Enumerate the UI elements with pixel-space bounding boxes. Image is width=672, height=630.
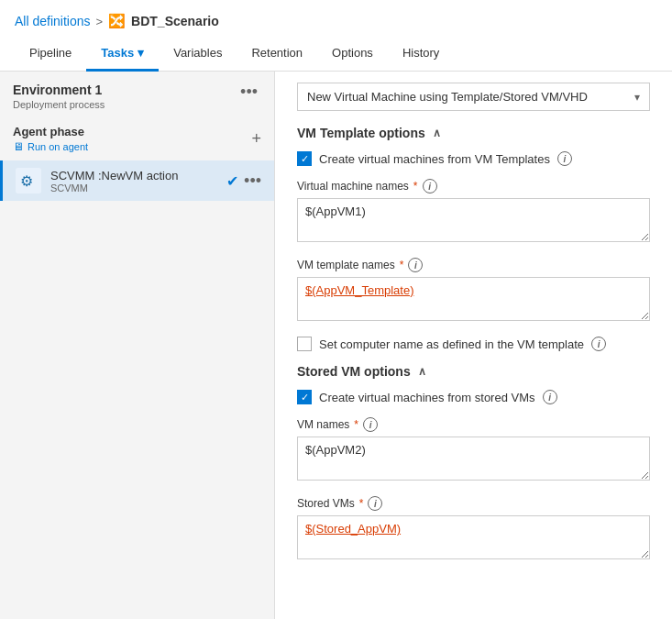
set-computer-name-info-icon[interactable]: i <box>591 337 606 351</box>
agent-phase-sub: Run on agent <box>28 141 88 152</box>
stored-vm-names-label: VM names <box>297 418 349 431</box>
vm-names-info-icon[interactable]: i <box>423 179 437 193</box>
tab-pipeline[interactable]: Pipeline <box>15 37 86 72</box>
environment-sub: Deployment process <box>13 99 105 110</box>
vm-template-section-title: VM Template options <box>297 126 425 140</box>
stored-vm-names-input[interactable] <box>297 437 650 481</box>
task-check-icon: ✔ <box>226 172 238 190</box>
create-stored-vms-info-icon[interactable]: i <box>543 390 557 404</box>
task-item[interactable]: ⚙ SCVMM :NewVM action SCVMM ✔ ••• <box>0 160 274 201</box>
vm-template-names-row: VM template names * i $(AppVM_Template) <box>297 258 650 324</box>
environment-header: Environment 1 Deployment process ••• <box>0 72 274 117</box>
tasks-dropdown-icon: ▾ <box>138 46 144 60</box>
tab-variables[interactable]: Variables <box>159 37 237 72</box>
stored-vms-check-icon: ✓ <box>301 392 309 403</box>
svg-text:⚙: ⚙ <box>20 173 33 189</box>
main-layout: Environment 1 Deployment process ••• Age… <box>0 72 672 619</box>
agent-icon: 🖥 <box>13 140 24 153</box>
create-stored-vms-label: Create virtual machines from stored VMs <box>319 391 535 404</box>
agent-phase: Agent phase 🖥 Run on agent + <box>0 117 274 160</box>
stored-vm-section-title: Stored VM options <box>297 364 411 379</box>
vm-template-names-input[interactable]: $(AppVM_Template) <box>297 277 650 321</box>
create-vms-label: Create virtual machines from VM Template… <box>319 152 550 166</box>
stored-vm-names-row: VM names * i <box>297 417 650 483</box>
dropdown-arrow-icon: ▾ <box>634 91 640 104</box>
vm-names-required: * <box>413 180 418 193</box>
tab-tasks[interactable]: Tasks ▾ <box>86 37 159 72</box>
vm-template-names-required: * <box>400 259 404 271</box>
create-stored-vms-checkbox[interactable]: ✓ <box>297 390 312 404</box>
create-vms-info-icon[interactable]: i <box>557 151 572 166</box>
agent-phase-add-button[interactable]: + <box>251 129 261 149</box>
tab-retention[interactable]: Retention <box>237 37 317 72</box>
stored-vms-required: * <box>359 497 364 510</box>
set-computer-name-label: Set computer name as defined in the VM t… <box>319 337 584 351</box>
breadcrumb-current: BDT_Scenario <box>131 14 219 28</box>
stored-vms-row: Stored VMs * i $(Stored_AppVM) <box>297 496 650 562</box>
tab-history[interactable]: History <box>388 37 454 72</box>
environment-name: Environment 1 <box>13 83 105 97</box>
stored-vm-names-info-icon[interactable]: i <box>363 417 378 432</box>
agent-phase-title: Agent phase <box>13 125 88 138</box>
task-more-button[interactable]: ••• <box>244 171 261 191</box>
vm-template-chevron-icon[interactable]: ∧ <box>433 127 441 139</box>
breadcrumb-all-definitions[interactable]: All definitions <box>15 14 91 28</box>
create-vms-checkbox-row: ✓ Create virtual machines from VM Templa… <box>297 151 650 166</box>
breadcrumb-separator: > <box>96 15 104 28</box>
sidebar: Environment 1 Deployment process ••• Age… <box>0 72 275 619</box>
vm-names-row: Virtual machine names * i <box>297 179 650 245</box>
stored-vms-label: Stored VMs <box>297 497 355 510</box>
vm-template-names-label: VM template names <box>297 259 395 271</box>
task-name: SCVMM :NewVM action <box>50 169 217 182</box>
vm-template-section-header: VM Template options ∧ <box>297 126 650 140</box>
create-stored-vms-row: ✓ Create virtual machines from stored VM… <box>297 390 650 404</box>
stored-vms-input[interactable]: $(Stored_AppVM) <box>297 515 650 559</box>
stored-vm-chevron-icon[interactable]: ∧ <box>418 365 426 378</box>
environment-more-button[interactable]: ••• <box>237 83 261 102</box>
nav-tabs: Pipeline Tasks ▾ Variables Retention Opt… <box>0 37 672 72</box>
create-vms-checkbox[interactable]: ✓ <box>297 151 312 166</box>
vm-type-dropdown-text: New Virtual Machine using Template/Store… <box>307 90 588 104</box>
breadcrumb: All definitions > 🔀 BDT_Scenario <box>0 0 672 37</box>
tab-options[interactable]: Options <box>317 37 388 72</box>
scenario-icon: 🔀 <box>108 13 126 29</box>
stored-vm-section-header: Stored VM options ∧ <box>297 364 650 379</box>
vm-names-input[interactable] <box>297 198 650 242</box>
checkbox-check-icon: ✓ <box>301 153 309 165</box>
vm-names-label: Virtual machine names <box>297 180 409 193</box>
set-computer-name-checkbox[interactable] <box>297 337 312 351</box>
stored-vm-names-required: * <box>354 418 358 431</box>
task-sub: SCVMM <box>50 182 217 193</box>
stored-vms-info-icon[interactable]: i <box>368 496 382 511</box>
set-computer-name-row: Set computer name as defined in the VM t… <box>297 337 650 351</box>
task-icon: ⚙ <box>16 168 41 193</box>
content-area: New Virtual Machine using Template/Store… <box>275 72 672 619</box>
vm-type-dropdown[interactable]: New Virtual Machine using Template/Store… <box>297 83 650 111</box>
vm-template-names-info-icon[interactable]: i <box>408 258 423 272</box>
